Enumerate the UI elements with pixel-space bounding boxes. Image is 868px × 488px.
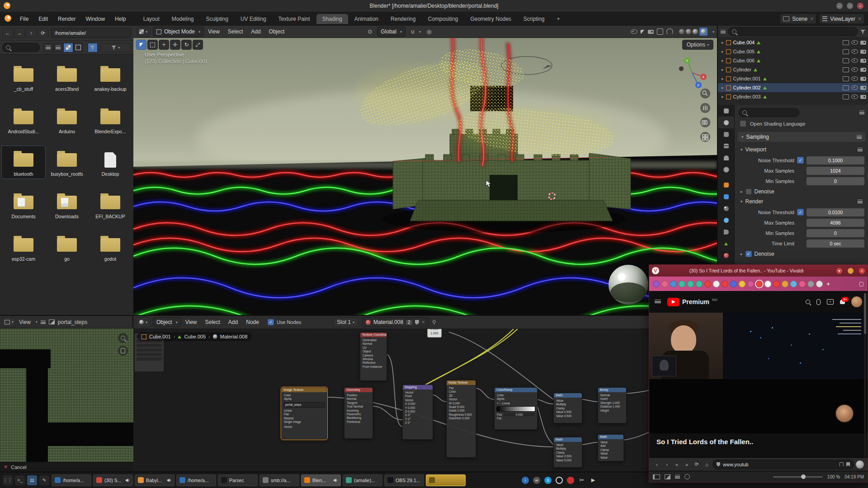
node-header[interactable]: Noise Texture (447, 380, 476, 385)
viewlayer-selector[interactable]: ViewLayer × (819, 14, 864, 24)
create-icon[interactable]: + (827, 299, 834, 305)
scrollbar-thumb[interactable] (864, 293, 866, 334)
notifications-bell[interactable]: 9+ (840, 300, 845, 304)
app-menu-icon[interactable]: ⋮⋮ (3, 475, 13, 485)
browser-tab[interactable] (704, 281, 711, 287)
play-tray-icon[interactable]: ▶ (590, 477, 597, 484)
up-button[interactable]: ↑ (26, 28, 37, 38)
close-button[interactable]: × (859, 268, 865, 274)
options-button[interactable]: Options▾ (682, 40, 713, 50)
use-nodes-toggle[interactable]: ✓ Use Nodes (268, 319, 301, 325)
tab-material[interactable] (718, 249, 734, 261)
disable-in-viewport-icon[interactable] (843, 49, 849, 54)
shader-type-dropdown[interactable]: Object▾ (153, 317, 181, 327)
skype-tray-icon[interactable]: S (544, 477, 552, 484)
breadcrumb-item[interactable]: Cube.001 (149, 334, 171, 339)
tab-scene[interactable] (718, 152, 734, 164)
hide-in-viewport-icon[interactable] (851, 58, 858, 63)
tab-output[interactable] (718, 128, 734, 140)
outliner-filter-menu-icon[interactable] (721, 30, 726, 33)
shading-wireframe-button[interactable] (679, 29, 684, 34)
outliner-row[interactable]: ▸ Cylinder.002 (718, 83, 868, 92)
zoom-in-button[interactable] (118, 333, 128, 343)
shading-dropdown-icon[interactable]: ▾ (712, 30, 714, 34)
tab-constraints[interactable] (718, 226, 734, 238)
denoise-render-header[interactable]: ▸✓ Denoise (734, 249, 868, 259)
property-value-field[interactable]: 1024 (807, 167, 864, 175)
browser-tab[interactable] (807, 281, 814, 287)
node-header[interactable]: Math (554, 437, 582, 442)
node-header[interactable]: Mapping (403, 385, 433, 389)
disable-in-viewport-icon[interactable] (843, 94, 849, 99)
disable-in-render-icon[interactable] (860, 59, 866, 63)
browser-tab[interactable] (730, 281, 737, 287)
browser-tab[interactable] (661, 281, 668, 287)
node-header[interactable]: Math (598, 435, 623, 439)
hide-in-viewport-icon[interactable] (851, 76, 858, 81)
zoom-slider-knob[interactable] (801, 474, 806, 479)
shading-rendered-button[interactable] (699, 28, 708, 36)
cancel-icon[interactable]: ✕ (4, 464, 8, 470)
fast-forward-icon[interactable]: » (683, 462, 691, 467)
taskbar-window-button[interactable]: /home/a... (52, 474, 91, 486)
scissors-tray-icon[interactable]: ✂ (578, 477, 585, 484)
shader-node[interactable]: Geometry Position Normal Tangent True No… (344, 387, 373, 439)
pos-value[interactable]: 0.000 (504, 413, 535, 416)
browser-tab[interactable] (747, 281, 754, 287)
taskbar-window-button[interactable]: (amalie)... (343, 474, 382, 486)
node-header[interactable]: Bump (598, 388, 626, 392)
disable-in-render-icon[interactable] (860, 41, 866, 45)
folder-tile[interactable]: go (45, 231, 89, 263)
expand-arrow-icon[interactable]: ▸ (722, 67, 724, 72)
shader-node[interactable]: Math Value Multiply Clamp Value 0.500 Va… (553, 393, 582, 423)
property-checkbox[interactable]: ✓ (797, 209, 804, 216)
viewport-menu-item[interactable]: Select (224, 28, 247, 35)
page-scrollbar[interactable] (864, 293, 866, 458)
video-player-area[interactable] (649, 313, 868, 379)
section-menu-icon[interactable] (857, 135, 862, 139)
proportional-edit-icon[interactable]: ◎ (425, 27, 434, 36)
browser-tab[interactable] (799, 281, 806, 287)
folder-tile[interactable]: Downloads (45, 188, 89, 221)
outliner-row[interactable]: ▸ Cylinder.001 (718, 74, 868, 83)
reload-icon[interactable]: ⟳ (693, 461, 701, 467)
home-icon[interactable]: ⌂ (703, 462, 711, 467)
folder-tile[interactable]: acers3fand (45, 61, 89, 94)
tab-render[interactable] (718, 117, 734, 128)
viewport-menu-item[interactable]: Add (247, 28, 264, 35)
tool-scale-button[interactable]: ⤢ (193, 40, 203, 50)
folder-tile[interactable]: esp32-cam (2, 231, 45, 263)
tool-select-box-button[interactable] (147, 40, 158, 50)
color-ramp-gradient[interactable] (496, 406, 535, 412)
file-search-input[interactable] (2, 43, 40, 52)
sampling-section-header[interactable]: ▾Sampling (738, 132, 865, 142)
minimize-button[interactable]: – (836, 3, 843, 9)
browser-tab[interactable] (687, 281, 694, 287)
taskbar-window-button[interactable]: (30) S... (93, 474, 133, 486)
render-subsection-header[interactable]: ▾Render (734, 197, 868, 206)
node-header[interactable]: Math (554, 393, 582, 398)
editor-type-dropdown[interactable]: ▾ (2, 317, 16, 327)
tool-cursor-button[interactable]: + (159, 40, 169, 50)
hamburger-menu-icon[interactable] (655, 300, 661, 304)
disable-in-render-icon[interactable] (860, 68, 866, 72)
files-icon[interactable]: ▤ (27, 475, 37, 485)
browser-tab[interactable] (756, 281, 763, 287)
tab-tool[interactable] (718, 105, 734, 117)
tab-panel-icon[interactable]: ▢ (859, 281, 864, 287)
search-icon[interactable] (806, 300, 810, 304)
shader-node[interactable]: Mapping Vector Point Vector X 0.000 Y 0.… (402, 385, 433, 440)
shader-editor[interactable]: ▾ Object▾ ViewSelectAddNode ✓ Use Nodes … (133, 315, 717, 472)
shader-node[interactable]: Math Value Multiply Clamp Value 0.500 Va… (553, 437, 582, 468)
property-value-field[interactable]: 0 (807, 177, 864, 185)
display-list-button[interactable] (43, 43, 53, 52)
browser-tab[interactable] (679, 281, 685, 287)
denoise-render-checkbox[interactable]: ✓ (745, 251, 752, 257)
mode-dropdown[interactable]: Object Mode▾ (153, 27, 204, 37)
workspace-tab[interactable]: Compositing (422, 14, 464, 24)
folder-tile[interactable]: EFI_BACKUP (89, 188, 132, 221)
scene-selector[interactable]: Scene × (780, 14, 816, 24)
taskbar-window-button[interactable]: smb://a... (259, 474, 299, 486)
node-header[interactable]: Image Texture (282, 388, 327, 392)
node-header[interactable]: ColorRamp (495, 388, 537, 392)
